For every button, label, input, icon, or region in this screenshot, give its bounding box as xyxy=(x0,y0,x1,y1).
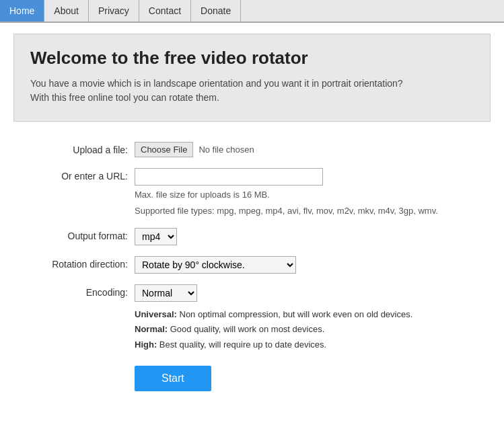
encoding-universal-desc: Universal: Non optimal compression, but … xyxy=(135,307,491,322)
nav-contact[interactable]: Contact xyxy=(139,0,191,22)
hero-section: Welcome to the free video rotator You ha… xyxy=(13,34,491,122)
upload-row: Upload a file: Choose File No file chose… xyxy=(13,142,491,157)
main-form: Upload a file: Choose File No file chose… xyxy=(13,135,491,408)
hero-description: You have a movie which is in landscape o… xyxy=(30,77,474,105)
rotation-label: Rotation direction: xyxy=(13,256,135,270)
url-input[interactable] xyxy=(135,168,323,186)
main-nav: Home About Privacy Contact Donate xyxy=(0,0,504,23)
encoding-normal-desc: Normal: Good quality, will work on most … xyxy=(135,322,491,337)
nav-home[interactable]: Home xyxy=(0,0,44,22)
hint-types: Supported file types: mpg, mpeg, mp4, av… xyxy=(135,204,491,218)
output-format-row: Output format: mp4 avi mov mkv flv wmv xyxy=(13,228,491,245)
encoding-high-text: Best quality, will require up to date de… xyxy=(159,339,326,350)
upload-label: Upload a file: xyxy=(13,142,135,155)
encoding-normal-text: Good quality, will work on most devices. xyxy=(170,324,325,334)
encoding-info: Universal: Non optimal compression, but … xyxy=(135,307,491,352)
encoding-universal-label: Universal: xyxy=(135,309,177,319)
encoding-high-label: High: xyxy=(135,339,157,350)
rotation-row: Rotation direction: Rotate by 90° clockw… xyxy=(13,256,491,274)
output-format-select[interactable]: mp4 avi mov mkv flv wmv xyxy=(135,228,177,245)
url-row: Or enter a URL: Max. file size for uploa… xyxy=(13,168,491,217)
hint-size: Max. file size for uploads is 16 MB. xyxy=(135,188,491,202)
start-row: Start xyxy=(13,363,491,391)
start-button[interactable]: Start xyxy=(135,366,211,391)
encoding-row: Encoding: Universal Normal High Universa… xyxy=(13,284,491,352)
hero-title: Welcome to the free video rotator xyxy=(30,48,474,69)
encoding-universal-text: Non optimal compression, but will work e… xyxy=(180,309,413,319)
encoding-label: Encoding: xyxy=(13,284,135,298)
choose-file-button[interactable]: Choose File xyxy=(135,142,193,157)
output-format-label: Output format: xyxy=(13,228,135,241)
rotation-select[interactable]: Rotate by 90° clockwise. Rotate by 90° c… xyxy=(135,256,296,274)
nav-about[interactable]: About xyxy=(44,0,89,22)
no-file-text: No file chosen xyxy=(199,145,254,155)
encoding-high-desc: High: Best quality, will require up to d… xyxy=(135,337,491,352)
url-label: Or enter a URL: xyxy=(13,168,135,182)
encoding-select[interactable]: Universal Normal High xyxy=(135,284,197,302)
nav-privacy[interactable]: Privacy xyxy=(89,0,139,22)
nav-donate[interactable]: Donate xyxy=(191,0,241,22)
encoding-normal-label: Normal: xyxy=(135,324,168,334)
